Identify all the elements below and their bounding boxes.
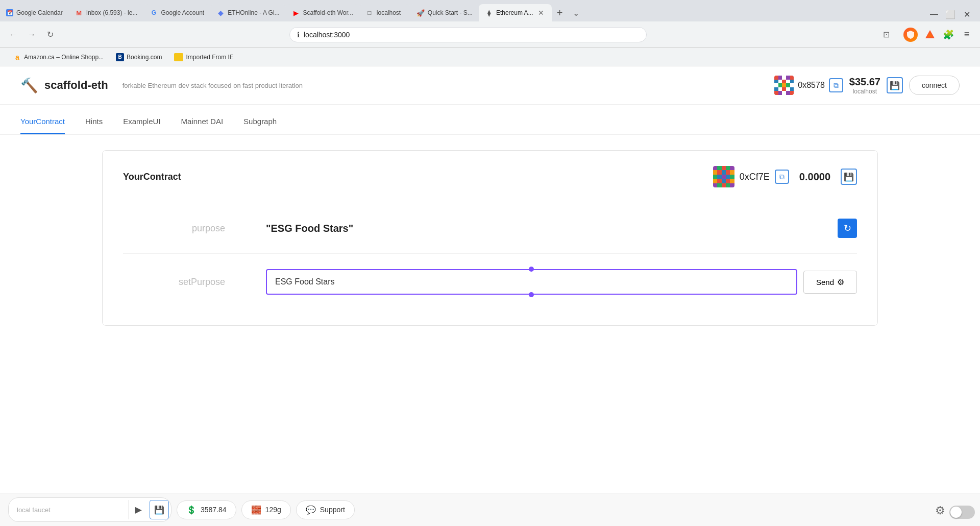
tab-close-button[interactable]: ✕ xyxy=(536,8,546,17)
bookmark-amazon[interactable]: a Amazon.ca – Online Shopp... xyxy=(8,52,109,63)
nav-tab-yourcontract[interactable]: YourContract xyxy=(20,110,65,134)
window-controls: — ⬜ ✕ xyxy=(927,7,980,21)
gas-price-value: 3587.84 xyxy=(201,506,227,514)
tab-eth-online[interactable]: ◆ ETHOnline - A Gl... xyxy=(210,4,285,21)
tab-favicon-google: G xyxy=(150,9,158,17)
bookmark-page-button[interactable]: ⊡ xyxy=(879,28,893,42)
logo-name: scaffold-eth xyxy=(44,79,108,92)
tab-youtube[interactable]: ▶ Scaffold-eth Wor... xyxy=(286,4,359,21)
brave-rewards-icon[interactable] xyxy=(923,28,937,42)
tab-ethereum-active[interactable]: ⧫ Ethereum A... ✕ xyxy=(479,4,552,21)
contract-title: YourContract xyxy=(123,172,181,182)
bottom-bar: local faucet ▶ 💾 💲 3587.84 🧱 129g 💬 Supp… xyxy=(0,493,980,526)
tab-calendar[interactable]: 📅 Google Calendar xyxy=(0,4,69,21)
nav-tab-exampleui[interactable]: ExampleUI xyxy=(123,110,160,134)
contract-save-button[interactable]: 💾 xyxy=(841,169,857,185)
brave-shield-icon[interactable] xyxy=(903,28,918,42)
nav-tab-hints[interactable]: Hints xyxy=(85,110,103,134)
nav-tab-mainnetdai[interactable]: Mainnet DAI xyxy=(181,110,224,134)
tab-localhost[interactable]: □ localhost xyxy=(359,4,410,21)
nav-tab-subgraph[interactable]: Subgraph xyxy=(243,110,277,134)
tab-favicon-calendar: 📅 xyxy=(6,9,13,16)
maximize-button[interactable]: ⬜ xyxy=(943,7,958,21)
contract-address-text: 0xCf7E xyxy=(740,172,770,182)
block-count-pill[interactable]: 🧱 129g xyxy=(241,500,291,519)
header-save-button[interactable]: 💾 xyxy=(887,77,903,93)
faucet-placeholder-text: local faucet xyxy=(9,502,128,518)
tab-title-localhost: localhost xyxy=(377,9,404,16)
tab-quickstart[interactable]: 🚀 Quick Start - S... xyxy=(410,4,479,21)
header-address-badge: 0x8578 ⧉ xyxy=(774,76,843,95)
app-container: 🔨 scaffold-eth forkable Ethereum dev sta… xyxy=(0,66,980,526)
tab-title-google: Google Account xyxy=(161,9,204,16)
tab-favicon-youtube: ▶ xyxy=(292,9,300,17)
extensions-button[interactable]: 🧩 xyxy=(941,28,955,42)
tab-title-ethereum: Ethereum A... xyxy=(496,9,533,16)
app-header: 🔨 scaffold-eth forkable Ethereum dev sta… xyxy=(0,66,980,105)
input-dot-top xyxy=(529,267,534,272)
bookmark-label-amazon: Amazon.ca – Online Shopp... xyxy=(24,54,104,61)
tab-favicon-eth: ⧫ xyxy=(485,9,493,17)
address-url: localhost:3000 xyxy=(304,31,639,39)
faucet-save-button[interactable]: 💾 xyxy=(150,500,169,519)
block-icon: 🧱 xyxy=(251,505,261,515)
gas-price-icon: 💲 xyxy=(186,505,197,515)
tab-overflow-button[interactable]: ⌄ xyxy=(568,4,584,21)
bookmark-label-imported: Imported From IE xyxy=(186,54,233,61)
logo-description: forkable Ethereum dev stack focused on f… xyxy=(122,82,303,89)
address-input-wrap[interactable]: ℹ localhost:3000 xyxy=(289,27,647,42)
tab-title-ethonline: ETHOnline - A Gl... xyxy=(228,9,279,16)
contract-balance-value: 0.0000 xyxy=(799,171,830,183)
purpose-row: purpose "ESG Food Stars" ↻ xyxy=(123,203,857,254)
tab-title-youtube: Scaffold-eth Wor... xyxy=(303,9,353,16)
tab-favicon-diamond: ◆ xyxy=(216,9,225,17)
brave-icons xyxy=(903,28,937,42)
app-logo: 🔨 scaffold-eth forkable Ethereum dev sta… xyxy=(20,77,303,94)
header-network-label: localhost xyxy=(849,88,880,95)
header-right: 0x8578 ⧉ $35.67 localhost 💾 connect xyxy=(774,76,960,95)
bookmark-favicon-booking: B xyxy=(116,53,124,61)
reload-button[interactable]: ↻ xyxy=(43,28,57,42)
dark-mode-toggle-knob xyxy=(950,507,962,518)
close-button[interactable]: ✕ xyxy=(960,7,974,21)
contract-avatar xyxy=(713,166,734,187)
browser-frame: 📅 Google Calendar M Inbox (6,593) - le..… xyxy=(0,0,980,66)
support-button[interactable]: 💬 Support xyxy=(296,500,355,519)
tab-bar: 📅 Google Calendar M Inbox (6,593) - le..… xyxy=(0,0,980,21)
connect-button[interactable]: connect xyxy=(909,76,960,95)
forward-button[interactable]: → xyxy=(24,28,39,42)
bookmark-booking[interactable]: B Booking.com xyxy=(111,52,167,63)
nav-tabs: YourContract Hints ExampleUI Mainnet DAI… xyxy=(0,110,980,135)
bookmark-label-booking: Booking.com xyxy=(127,54,162,61)
tab-title-gmail: Inbox (6,593) - le... xyxy=(86,9,138,16)
tab-favicon-localhost: □ xyxy=(365,9,374,17)
set-purpose-label: setPurpose xyxy=(123,277,225,288)
header-balance-block: $35.67 localhost xyxy=(849,76,880,95)
gas-price-pill[interactable]: 💲 3587.84 xyxy=(177,500,236,519)
header-balance-amount: $35.67 xyxy=(849,76,880,88)
set-purpose-input[interactable] xyxy=(266,269,797,295)
faucet-send-button[interactable]: ▶ xyxy=(128,500,148,519)
input-dot-bottom xyxy=(529,292,534,297)
tab-gmail[interactable]: M Inbox (6,593) - le... xyxy=(69,4,144,21)
send-button-label: Send xyxy=(816,278,834,286)
tab-add-button[interactable]: + xyxy=(552,4,568,21)
tab-google-account[interactable]: G Google Account xyxy=(143,4,210,21)
support-label: Support xyxy=(320,506,345,514)
contract-address-block: 0xCf7E ⧉ 0.0000 💾 xyxy=(713,166,857,187)
browser-menu-button[interactable]: ≡ xyxy=(960,28,974,42)
minimize-button[interactable]: — xyxy=(927,7,941,21)
logo-icon: 🔨 xyxy=(20,77,38,94)
block-count-value: 129g xyxy=(265,506,281,514)
contract-copy-address-button[interactable]: ⧉ xyxy=(775,170,789,184)
tab-favicon-rocket: 🚀 xyxy=(416,9,425,17)
send-button[interactable]: Send ⚙ xyxy=(803,271,857,294)
tab-title-calendar: Google Calendar xyxy=(16,9,63,16)
bookmark-imported[interactable]: Imported From IE xyxy=(169,52,238,63)
settings-gear-button[interactable]: ⚙ xyxy=(931,501,949,520)
purpose-refresh-button[interactable]: ↻ xyxy=(838,219,857,238)
back-button[interactable]: ← xyxy=(6,28,20,42)
dark-mode-toggle[interactable] xyxy=(949,506,975,519)
header-copy-address-button[interactable]: ⧉ xyxy=(829,78,843,92)
set-purpose-row: setPurpose Send ⚙ xyxy=(123,254,857,310)
